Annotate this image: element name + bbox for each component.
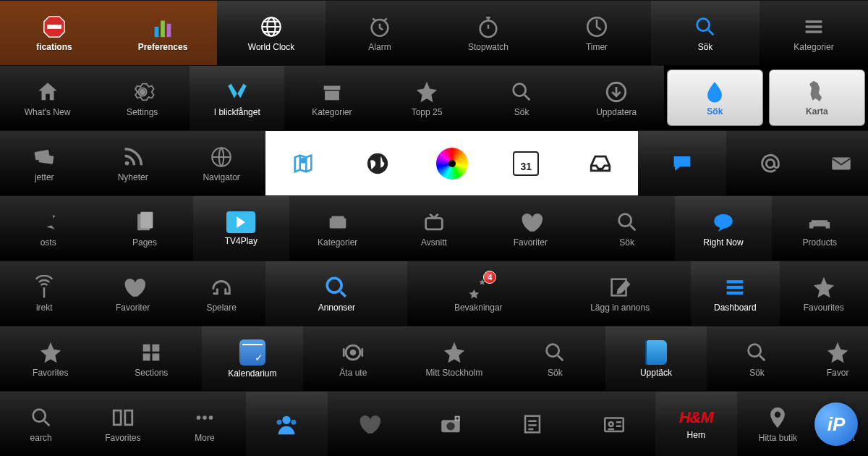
stop-icon [42,14,67,39]
tab-sok-6b[interactable]: Sök [707,326,808,391]
row-6: Favorites Sections ✓ Kalendarium Äta ute… [0,326,868,391]
tab-blickfanget[interactable]: I blickfånget [190,65,284,130]
tab-bevakningar[interactable]: 4 Bevakningar [407,261,549,326]
tab-pages[interactable]: Pages [96,195,192,261]
tab-timer[interactable]: Timer [542,0,651,65]
gear-icon [130,80,155,104]
row-2: What's New Settings I blickfånget Katego… [0,65,868,130]
tab-uppdatera[interactable]: Uppdatera [569,65,664,130]
tab-spelare[interactable]: Spelare [177,261,265,326]
at-icon [758,151,783,176]
search-icon [693,14,718,39]
hm-logo-icon: H&M [679,408,713,427]
tab-sok-2[interactable]: Sök [475,65,569,130]
tab-products[interactable]: Products [772,195,868,261]
tab-favorites-7[interactable]: Favorites [82,391,163,456]
tab-upptack[interactable]: Upptäck [605,326,707,391]
tab-avsnitt[interactable]: Avsnitt [386,195,482,261]
white-rainbow[interactable] [414,130,489,195]
tab-annonser[interactable]: Annonser [265,261,407,326]
svg-point-53 [292,419,297,424]
tab-favor-6[interactable]: Favor [807,326,868,391]
tab-heart-7[interactable] [328,391,409,456]
tab-favoriter-5[interactable]: Favoriter [88,261,176,326]
grid-icon [139,340,163,365]
svg-rect-12 [324,85,341,90]
tab-kategorier-2[interactable]: Kategorier [284,65,379,130]
tab-irekt[interactable]: irekt [0,261,88,326]
drop-icon [702,79,727,104]
pin-icon [36,210,61,235]
tab-alarm[interactable]: Alarm [326,0,434,65]
white-map[interactable] [265,130,340,195]
tickets-icon [32,145,56,169]
svg-rect-3 [161,20,165,37]
tab-more-7[interactable]: More [163,391,245,456]
tab-camera-7[interactable] [409,391,491,456]
tab-kalendarium[interactable]: ✓ Kalendarium [202,326,303,391]
tab-tv4play[interactable]: TV4Play [193,195,289,261]
white-inbox[interactable] [563,130,638,195]
star-icon [38,340,63,365]
ip-watermark: iP [814,402,858,446]
tab-mitt-stockholm[interactable]: Mitt Stockholm [404,326,505,391]
light-tab-sok[interactable]: Sök [667,69,763,126]
wood-preferences[interactable]: Preferences [109,0,217,65]
headphones-icon [209,275,234,300]
location-icon [765,405,790,430]
tab-ata-ute[interactable]: Äta ute [303,326,404,391]
tab-contact-7[interactable] [573,391,655,456]
tab-sections[interactable]: Sections [101,326,203,391]
heart-icon [518,210,542,235]
calendar-check-icon: ✓ [239,339,265,366]
svg-point-30 [714,214,733,228]
tab-lagg-annons[interactable]: Lägg in annons [549,261,691,326]
tab-favoriter-4[interactable]: Favoriter [482,195,579,261]
tab-jetter[interactable]: jetter [0,130,88,195]
tab-osts[interactable]: osts [0,195,96,261]
tab-hitta-butik[interactable]: Hitta butik [737,391,819,456]
svg-rect-41 [143,353,150,360]
tab-hem[interactable]: H&M Hem [655,391,737,456]
svg-rect-31 [812,220,828,227]
tab-note-7[interactable] [491,391,573,456]
wood-notifications[interactable]: fications [0,0,109,65]
tab-settings[interactable]: Settings [95,65,190,130]
menu-icon [801,14,826,39]
svg-rect-40 [153,344,160,351]
tab-kategorier-4[interactable]: Kategorier [289,195,386,261]
tab-sok-1[interactable]: Sök [651,0,760,65]
pages-icon [132,210,157,235]
map-pin-icon [291,151,315,176]
white-globe[interactable] [340,130,414,195]
stopwatch-icon [476,14,501,39]
tab-chat[interactable] [638,130,726,195]
antenna-icon [32,275,56,300]
tab-at[interactable] [726,130,814,195]
tab-favourites-5[interactable]: Favourites [780,261,868,326]
svg-rect-28 [426,218,443,229]
search-icon [615,210,639,235]
tab-favorites-6[interactable]: Favorites [0,326,101,391]
white-calendar[interactable]: 31 [489,130,563,195]
tab-nyheter[interactable]: Nyheter [88,130,176,195]
tab-whats-new[interactable]: What's New [0,65,95,130]
tab-people[interactable] [246,391,328,456]
tab-world-clock[interactable]: World Clock [217,0,326,65]
search-blue-icon [324,275,349,300]
tab-sok-4[interactable]: Sök [579,195,675,261]
tab-topp25[interactable]: Topp 25 [379,65,474,130]
light-tab-karta[interactable]: Karta [769,69,865,126]
tab-search-7[interactable]: earch [0,391,82,456]
tab-rightnow[interactable]: Right Now [675,195,771,261]
tab-stopwatch[interactable]: Stopwatch [434,0,542,65]
tab-dashboard[interactable]: Dashboard [691,261,779,326]
svg-point-44 [350,349,357,355]
tab-sok-6[interactable]: Sök [505,326,606,391]
tab-navigator[interactable]: Navigator [177,130,265,195]
chat-bubble-icon [711,210,736,235]
tab-mail[interactable] [815,130,868,195]
chat-icon [670,151,694,176]
tab-kategorier-1[interactable]: Kategorier [760,0,868,65]
row-4: osts Pages TV4Play Kategorier Avsnitt Fa… [0,195,868,261]
